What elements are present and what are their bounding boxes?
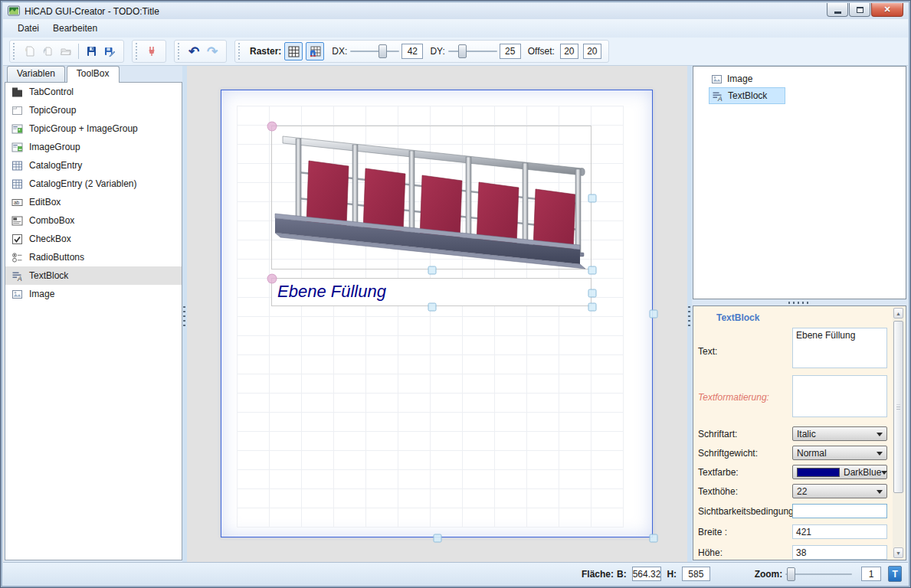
toolbox-item-topicgroup[interactable]: TopicGroup [5, 101, 182, 119]
toolbox-item-textblock[interactable]: A TextBlock [5, 266, 182, 285]
maximize-button[interactable] [849, 3, 870, 17]
editbox-icon: ab [11, 197, 23, 208]
image-handle-top-left[interactable] [267, 122, 277, 132]
textfarbe-dropdown[interactable]: DarkBlue [792, 465, 887, 479]
image-handle-right[interactable] [588, 194, 597, 203]
surface-handle-bottom[interactable] [434, 534, 442, 543]
properties-header: TextBlock [716, 312, 759, 323]
menu-bearbeiten[interactable]: Bearbeiten [46, 21, 104, 36]
properties-scrollbar[interactable]: ▲ ▼ [893, 308, 904, 558]
image-handle-corner[interactable] [588, 266, 597, 275]
toolbox-item-checkbox[interactable]: CheckBox [5, 230, 182, 248]
redo-button[interactable]: ↷ [203, 42, 221, 60]
toolbox-item-imagegroup[interactable]: ImageGroup [5, 138, 182, 156]
save-as-button[interactable] [100, 42, 119, 60]
toolbox-item-catalogentry[interactable]: CatalogEntry [5, 156, 182, 175]
schriftgewicht-dropdown[interactable]: Normal [792, 446, 887, 460]
scroll-up-icon[interactable]: ▲ [893, 308, 903, 318]
tab-toolbox[interactable]: ToolBox [67, 66, 120, 83]
offset-y-box[interactable]: 20 [583, 44, 601, 59]
grid-toggle-button[interactable] [284, 42, 303, 60]
radiobuttons-icon [11, 252, 23, 263]
scroll-down-icon[interactable]: ▼ [893, 547, 903, 558]
toolbox-item-combobox[interactable]: ComboBox [5, 211, 182, 230]
textblock-icon: A [11, 270, 23, 282]
flaeche-label: Fläche: [582, 569, 614, 580]
dx-slider[interactable] [350, 44, 399, 58]
menu-datei[interactable]: Datei [11, 21, 46, 36]
checkbox-icon [11, 234, 23, 245]
minimize-button[interactable] [827, 3, 848, 17]
group-grip[interactable] [13, 43, 16, 60]
textformatierung-input[interactable] [792, 375, 887, 417]
toolbox-item-catalogentry-2[interactable]: CatalogEntry (2 Variablen) [5, 175, 182, 193]
textblock-handle-top-left[interactable] [267, 274, 277, 284]
texthoehe-dropdown[interactable]: 22 [792, 484, 887, 498]
dy-label: DY: [430, 46, 444, 57]
new-button[interactable] [20, 42, 38, 60]
zoom-slider-thumb[interactable] [787, 567, 795, 581]
textblock-handle-corner[interactable] [588, 303, 597, 312]
group-grip[interactable] [136, 43, 139, 60]
plugin-button[interactable] [143, 42, 161, 60]
toolbox-item-tabcontrol[interactable]: TabControl [5, 83, 182, 101]
textblock-handle-bottom[interactable] [428, 303, 437, 312]
zoom-slider[interactable] [785, 567, 851, 581]
textformatierung-label: Textformatierung: [698, 392, 769, 403]
dy-slider-thumb[interactable] [458, 44, 467, 58]
open-button[interactable] [57, 42, 75, 60]
breite-input[interactable]: 421 [792, 524, 887, 539]
tree-item-textblock[interactable]: A TextBlock [709, 87, 785, 104]
sichtbarkeit-input[interactable] [792, 504, 887, 518]
group-grip[interactable] [238, 43, 241, 60]
hoehe-input[interactable]: 38 [792, 545, 887, 560]
dx-value-box[interactable]: 42 [401, 44, 423, 59]
close-button[interactable]: ✕ [871, 3, 903, 17]
canvas-image-element[interactable] [271, 126, 591, 270]
dx-slider-thumb[interactable] [378, 44, 387, 58]
save-button[interactable] [82, 42, 100, 60]
toolbox-item-radiobuttons[interactable]: RadioButtons [5, 248, 182, 266]
text-input[interactable]: Ebene Füllung [792, 328, 887, 368]
zoom-value-box[interactable]: 1 [861, 567, 882, 581]
undo-button[interactable]: ↶ [185, 42, 203, 60]
canvas-textblock-element[interactable]: Ebene Füllung [271, 278, 591, 306]
left-panel: Variablen ToolBox TabControl TopicGroup … [4, 66, 183, 562]
text-tool-button[interactable]: T [888, 566, 902, 582]
schriftart-dropdown[interactable]: Italic [792, 426, 887, 441]
group-grip[interactable] [178, 43, 181, 60]
dy-slider[interactable] [448, 44, 497, 58]
undo-icon: ↶ [188, 45, 199, 58]
toolbox-item-image[interactable]: Image [5, 285, 182, 303]
title-bar[interactable]: HiCAD GUI-Creator - TODO:Title ✕ [3, 3, 908, 19]
dy-value-box[interactable]: 25 [500, 44, 521, 59]
image-handle-bottom[interactable] [428, 266, 437, 275]
canvas-area[interactable]: Ebene Füllung [187, 66, 687, 562]
toolbox-item-editbox[interactable]: ab EditBox [5, 193, 182, 211]
splitter-grip [688, 306, 690, 326]
scrollbar-thumb[interactable] [893, 321, 903, 493]
surface-handle-corner[interactable] [650, 534, 658, 543]
window-title: HiCAD GUI-Creator - TODO:Title [25, 6, 159, 17]
design-surface[interactable]: Ebene Füllung [221, 90, 653, 537]
properties-panel: TextBlock Text: Ebene Füllung Textformat… [693, 305, 906, 560]
snap-toggle-button[interactable] [306, 42, 324, 60]
chevron-down-icon [877, 433, 883, 439]
reload-button[interactable] [38, 42, 57, 60]
color-swatch [797, 468, 840, 477]
breite-status-box[interactable]: 564.32 [632, 567, 662, 581]
hoehe-status-box[interactable]: 585 [682, 567, 710, 581]
horizontal-splitter[interactable] [693, 299, 906, 305]
imagegroup-icon [11, 142, 23, 153]
surface-handle-right[interactable] [650, 310, 658, 318]
textblock-handle-right[interactable] [588, 289, 597, 298]
offset-x-box[interactable]: 20 [560, 44, 578, 59]
b-label: B: [617, 569, 627, 580]
toolbox-list: TabControl TopicGroup TopicGroup + Image… [5, 82, 182, 560]
status-bar: Fläche: B: 564.32 H: 585 Zoom: 1 T [3, 562, 908, 585]
menu-bar: Datei Bearbeiten [3, 19, 908, 38]
tree-item-image[interactable]: Image [709, 70, 785, 87]
chevron-down-icon [877, 452, 883, 459]
toolbox-item-topicgroup-imagegroup[interactable]: TopicGroup + ImageGroup [5, 119, 182, 138]
tab-variablen[interactable]: Variablen [7, 66, 65, 82]
